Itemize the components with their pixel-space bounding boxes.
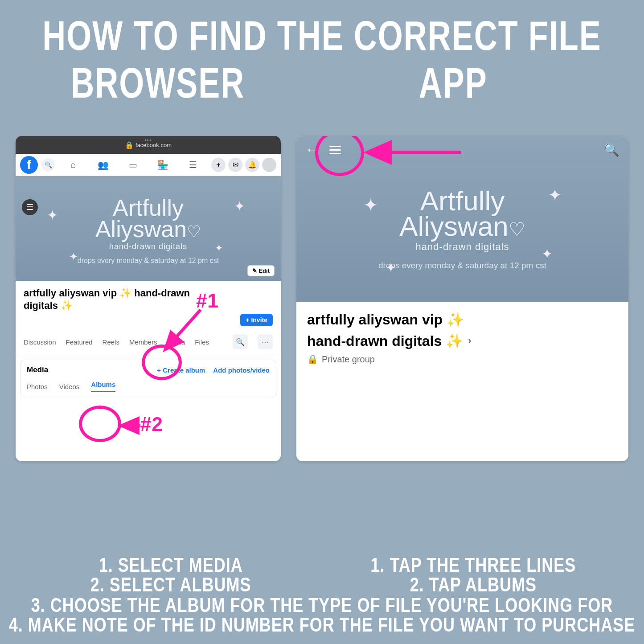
tab-featured[interactable]: Featured: [66, 338, 93, 346]
add-photos-link[interactable]: Add photos/video: [213, 366, 270, 374]
invite-button[interactable]: + Invite: [240, 314, 273, 326]
subtab-photos[interactable]: Photos: [27, 383, 48, 390]
window-dots-icon: •••: [144, 138, 152, 143]
subtab-albums[interactable]: Albums: [91, 381, 115, 392]
hamburger-icon[interactable]: ☰: [186, 160, 200, 170]
friends-icon[interactable]: 👥: [97, 160, 110, 170]
subtab-videos[interactable]: Videos: [59, 383, 80, 390]
brand-subtitle: hand-drawn digitals: [16, 242, 281, 251]
tab-reels[interactable]: Reels: [103, 338, 119, 346]
tab-discussion[interactable]: Discussion: [24, 338, 56, 346]
app-brand-subtitle: hand-drawn digitals: [296, 241, 628, 253]
app-step-2: 2. TAP ALBUMS: [334, 573, 613, 596]
home-icon[interactable]: ⌂: [67, 160, 80, 170]
marketplace-icon[interactable]: 🏪: [156, 160, 170, 170]
search-icon[interactable]: 🔍: [604, 143, 619, 157]
instructions-block: 1. SELECT MEDIA 2. SELECT ALBUMS 1. TAP …: [0, 555, 644, 635]
chevron-right-icon: ›: [468, 335, 471, 348]
annotation-arrow-1: [158, 308, 212, 357]
browser-screenshot: ••• 🔒 facebook.com f 🔍 ⌂ 👥 ▭ 🏪 ☰ + ✉ 🔔 ☰…: [16, 136, 281, 461]
cover-menu-button[interactable]: ☰: [22, 199, 38, 215]
search-button[interactable]: 🔍: [41, 158, 55, 172]
notifications-icon[interactable]: 🔔: [245, 158, 259, 172]
search-icon: 🔍: [45, 161, 52, 168]
app-group-title-line1: artfully aliyswan vip ✨: [307, 311, 464, 329]
app-group-title-line2: hand-drawn digitals ✨: [307, 332, 464, 351]
facebook-topbar: f 🔍 ⌂ 👥 ▭ 🏪 ☰ + ✉ 🔔: [16, 154, 281, 176]
app-brand-schedule: drops every monday & saturday at 12 pm c…: [296, 261, 628, 271]
privacy-label: Private group: [322, 354, 375, 365]
facebook-logo-icon[interactable]: f: [20, 156, 38, 174]
app-group-header[interactable]: artfully aliyswan vip ✨ hand-drawn digit…: [296, 302, 628, 373]
browser-address-bar: ••• 🔒 facebook.com: [16, 136, 281, 154]
page-title: HOW TO FIND THE CORRECT FILE: [0, 12, 644, 59]
messenger-icon[interactable]: ✉: [228, 158, 242, 172]
app-heading: APP: [289, 58, 617, 107]
edit-cover-button[interactable]: ✎ Edit: [247, 265, 275, 276]
app-screenshot: ← 🔍 ✦ ✦ ✦ ✦ Artfully Aliyswan♡ hand-draw…: [296, 136, 628, 461]
annotation-arrow-2: [118, 420, 145, 431]
tab-more-button[interactable]: ⋯: [258, 334, 273, 349]
lock-icon: 🔒: [125, 141, 134, 149]
svg-line-0: [165, 310, 201, 350]
browser-heading: BROWSER: [27, 58, 289, 107]
group-cover: ☰ ✦ ✦ ✦ ✦ Artfully Aliyswan♡ hand-drawn …: [16, 176, 281, 281]
app-group-cover: ✦ ✦ ✦ ✦ Artfully Aliyswan♡ hand-drawn di…: [296, 164, 628, 302]
shared-step-4: 4. MAKE NOTE OF THE ID NUMBER FOR THE FI…: [0, 613, 644, 636]
url-text: facebook.com: [135, 142, 172, 148]
media-card-title: Media: [27, 365, 48, 374]
brand-schedule: drops every monday & saturday at 12 pm c…: [16, 257, 281, 265]
avatar[interactable]: [262, 158, 276, 172]
watch-icon[interactable]: ▭: [127, 160, 140, 170]
tab-search-button[interactable]: 🔍: [233, 334, 248, 349]
tab-members[interactable]: Members: [129, 338, 157, 346]
annotation-arrow-hamburger: [363, 146, 466, 159]
create-button[interactable]: +: [211, 158, 226, 172]
browser-step-2: 2. SELECT ALBUMS: [31, 573, 310, 596]
lock-icon: 🔒: [307, 354, 318, 365]
annotation-circle-2: [79, 406, 121, 442]
